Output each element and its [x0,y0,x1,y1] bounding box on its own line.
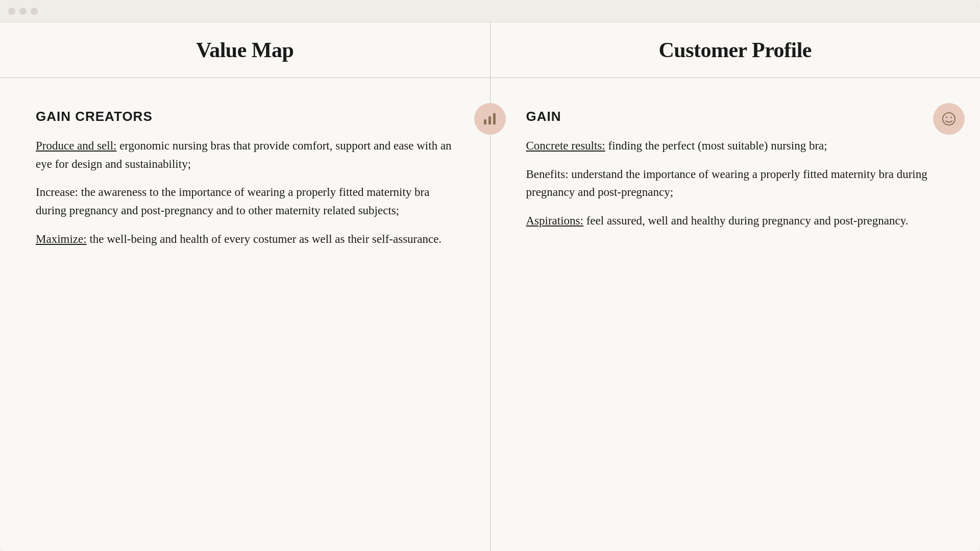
gain-creators-para-2: Increase: the awareness to the importanc… [36,183,454,219]
gain-creators-title: GAIN CREATORS [36,109,454,124]
minimize-dot [19,8,27,15]
gain-creators-text: Produce and sell: ergonomic nursing bras… [36,137,454,248]
customer-profile-header: Customer Profile [491,22,981,78]
expand-dot [31,8,38,15]
customer-profile-body: GAIN Concrete results: finding the perfe… [491,78,981,551]
titlebar [0,0,980,22]
smiley-icon [941,111,957,127]
content-area: Value Map GAIN CREATORS Produce and sell… [0,22,980,551]
svg-point-4 [946,117,947,118]
app-window: Value Map GAIN CREATORS Produce and sell… [0,0,980,551]
close-dot [8,8,15,15]
produce-sell-underline: Produce and sell: [36,139,116,152]
concrete-results-underline: Concrete results: [526,139,605,152]
gain-para-3: Aspirations: feel assured, well and heal… [526,212,945,230]
value-map-header: Value Map [0,22,490,78]
value-map-body: GAIN CREATORS Produce and sell: ergonomi… [0,78,490,551]
smiley-icon-circle [933,103,965,135]
gain-para-2: Benefits: understand the importance of w… [526,165,945,202]
gain-creators-para-1: Produce and sell: ergonomic nursing bras… [36,137,454,173]
gain-creators-para-3: Maximize: the well-being and health of e… [36,230,454,248]
maximize-underline: Maximize: [36,233,87,245]
svg-point-5 [950,117,952,118]
aspirations-underline: Aspirations: [526,214,583,227]
svg-point-3 [943,113,955,125]
gain-text: Concrete results: finding the perfect (m… [526,137,945,230]
customer-profile-panel: Customer Profile GAIN Concrete results: … [491,22,981,551]
gain-title: GAIN [526,109,945,124]
value-map-title: Value Map [196,38,293,62]
customer-profile-title: Customer Profile [658,38,812,62]
gain-para-1: Concrete results: finding the perfect (m… [526,137,945,155]
svg-rect-0 [484,119,486,124]
value-map-panel: Value Map GAIN CREATORS Produce and sell… [0,22,491,551]
